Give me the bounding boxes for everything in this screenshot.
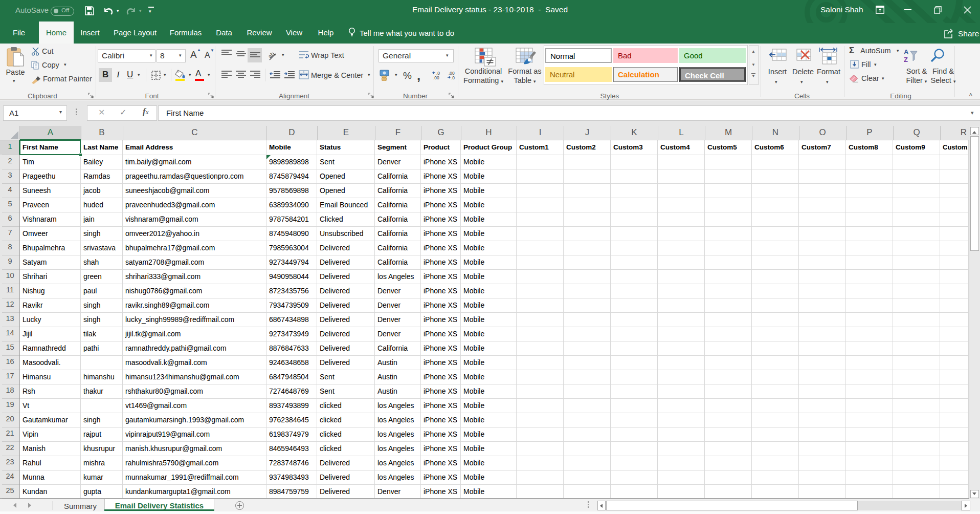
svg-text:.00: .00 xyxy=(433,75,439,80)
svg-text:ab: ab xyxy=(268,51,276,59)
svg-text:A: A xyxy=(904,48,909,56)
svg-text:Z: Z xyxy=(904,56,908,63)
